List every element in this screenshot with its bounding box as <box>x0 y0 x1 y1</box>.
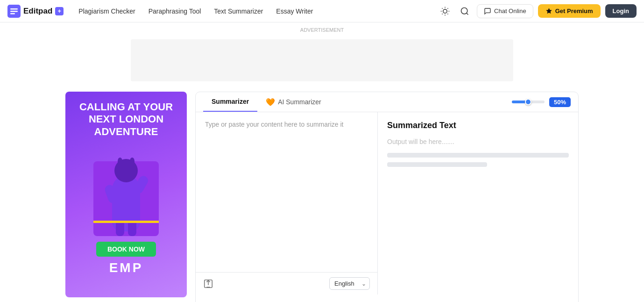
star-icon <box>545 7 552 14</box>
svg-line-8 <box>447 14 448 14</box>
search-icon <box>460 7 469 16</box>
logo-plus: + <box>55 7 64 15</box>
left-ad-label: ADVERTISEMENT <box>65 300 187 302</box>
top-ad-wrapper: ADVERTISEMENT <box>0 22 644 87</box>
nav-link-essay[interactable]: Essay Writer <box>276 7 313 15</box>
svg-line-7 <box>442 8 443 8</box>
slider-track[interactable] <box>512 101 545 103</box>
svg-rect-1 <box>10 8 18 10</box>
ai-tab-label: AI Summarizer <box>278 98 321 106</box>
theme-toggle-button[interactable] <box>438 4 453 19</box>
upload-button[interactable] <box>203 279 213 289</box>
language-select[interactable]: English Spanish French German <box>329 277 370 290</box>
search-button[interactable] <box>457 4 472 19</box>
language-selector-wrapper: English Spanish French German <box>329 277 370 290</box>
tool-input-panel: English Spanish French German <box>196 112 378 295</box>
svg-point-13 <box>461 7 467 14</box>
skeleton-line-2 <box>387 162 487 167</box>
logo-icon <box>7 5 21 18</box>
upload-icon <box>203 279 213 289</box>
left-ad-brand: EMP <box>109 260 143 275</box>
content-input[interactable] <box>196 112 377 272</box>
svg-rect-3 <box>10 13 15 14</box>
left-ad-inner[interactable]: CALLING AT YOUR NEXT LONDON ADVENTURE <box>65 92 187 297</box>
tool-container: Summarizer 🧡 AI Summarizer 50% <box>195 92 579 302</box>
nav-link-plagiarism[interactable]: Plagiarism Checker <box>78 7 135 15</box>
svg-line-12 <box>447 8 448 8</box>
slider-thumb <box>525 99 531 105</box>
left-ad-book-button[interactable]: BOOK NOW <box>96 242 156 257</box>
nav-actions: Chat Online Get Premium Login <box>438 4 637 19</box>
output-placeholder: Output will be here....... <box>387 138 569 145</box>
mascot-image <box>93 143 159 236</box>
chat-icon <box>484 7 491 15</box>
tool-body: English Spanish French German Summarized… <box>196 112 578 295</box>
ai-icon: 🧡 <box>266 98 275 107</box>
main-content: CALLING AT YOUR NEXT LONDON ADVENTURE <box>0 87 644 302</box>
left-ad-title: CALLING AT YOUR NEXT LONDON ADVENTURE <box>73 101 179 138</box>
premium-button-label: Get Premium <box>555 7 593 14</box>
slider-percentage: 50% <box>549 97 571 107</box>
logo-text: Editpad <box>23 7 52 16</box>
tool-output-panel: Summarized Text Output will be here.....… <box>378 112 578 295</box>
tab-summarizer[interactable]: Summarizer <box>203 92 257 112</box>
output-title: Summarized Text <box>387 121 569 130</box>
tool-tabs: Summarizer 🧡 AI Summarizer 50% <box>196 92 578 112</box>
nav-links: Plagiarism Checker Paraphrasing Tool Tex… <box>78 7 438 15</box>
nav-link-summarizer[interactable]: Text Summarizer <box>214 7 263 15</box>
svg-line-14 <box>467 13 468 14</box>
theme-icon <box>440 7 450 16</box>
slider-area: 50% <box>512 97 571 107</box>
svg-marker-15 <box>546 8 552 14</box>
left-ad: CALLING AT YOUR NEXT LONDON ADVENTURE <box>65 92 187 302</box>
nav-link-paraphrasing[interactable]: Paraphrasing Tool <box>149 7 201 15</box>
get-premium-button[interactable]: Get Premium <box>538 4 601 18</box>
top-ad-label: ADVERTISEMENT <box>65 24 579 34</box>
svg-rect-2 <box>10 11 18 12</box>
logo[interactable]: Editpad + <box>7 5 64 18</box>
navbar: Editpad + Plagiarism Checker Paraphrasin… <box>0 0 644 22</box>
chat-button-label: Chat Online <box>494 7 526 14</box>
skeleton-line-1 <box>387 153 569 158</box>
output-skeleton-area <box>387 153 569 172</box>
tab-ai-summarizer[interactable]: 🧡 AI Summarizer <box>257 94 330 110</box>
svg-point-4 <box>443 9 447 13</box>
login-button[interactable]: Login <box>605 4 637 18</box>
input-footer: English Spanish French German <box>196 272 377 295</box>
chat-online-button[interactable]: Chat Online <box>477 4 533 18</box>
top-ad-banner <box>131 39 513 81</box>
svg-line-11 <box>442 14 443 14</box>
